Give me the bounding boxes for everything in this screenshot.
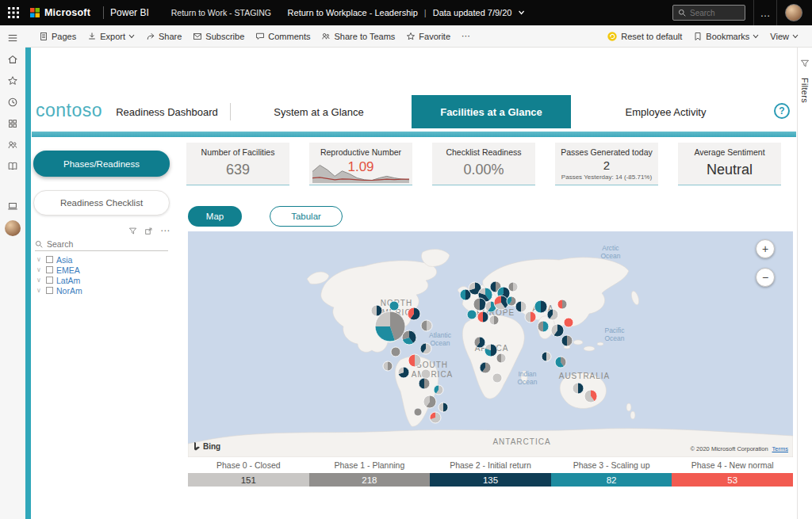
filters-pane-collapsed[interactable]: Filters (797, 48, 812, 519)
terms-link[interactable]: Terms (772, 445, 788, 452)
map-pie-marker[interactable] (492, 373, 502, 383)
tab-system-at-a-glance[interactable]: System at a Glance (239, 95, 398, 128)
phase-bar-segment[interactable]: 135 (430, 473, 551, 487)
funnel-icon[interactable] (800, 59, 810, 68)
map-pie-marker[interactable] (584, 390, 597, 403)
more-options-icon[interactable]: ⋯ (160, 225, 170, 236)
chevron-down-icon[interactable]: ∨ (35, 256, 43, 263)
toolbar-more-button[interactable]: ⋯ (456, 25, 476, 48)
report-title-bar[interactable]: Return to Workplace - Leadership | Data … (288, 8, 525, 17)
map-pie-marker[interactable] (421, 369, 431, 379)
map-pie-marker[interactable] (551, 324, 564, 337)
map-pie-marker[interactable] (371, 305, 382, 316)
map-pie-marker[interactable] (434, 385, 443, 395)
tab-employee-activity[interactable]: Employee Activity (580, 95, 751, 128)
map-pie-marker[interactable] (507, 296, 516, 306)
nav-recent[interactable] (6, 95, 20, 109)
nav-workspaces[interactable] (6, 199, 20, 213)
tree-item-asia[interactable]: ∨Asia (35, 254, 170, 265)
funnel-icon[interactable] (128, 227, 137, 235)
map-pie-marker[interactable] (573, 383, 584, 394)
map-pie-marker[interactable] (423, 395, 436, 408)
comments-button[interactable]: Comments (250, 25, 316, 48)
map-pie-marker[interactable] (420, 343, 431, 354)
pages-button[interactable]: Pages (33, 25, 82, 48)
app-launcher-waffle-icon[interactable] (0, 0, 27, 25)
bookmarks-button[interactable]: Bookmarks (688, 25, 764, 48)
map-view-button[interactable]: Map (188, 206, 242, 227)
tree-item-noram[interactable]: ∨NorAm (35, 285, 170, 296)
map-pie-marker[interactable] (398, 367, 409, 378)
product-name[interactable]: Power BI (110, 7, 149, 18)
help-button[interactable]: ? (774, 103, 790, 119)
map-pie-marker[interactable] (515, 301, 527, 312)
nav-home[interactable] (6, 52, 20, 67)
map-pie-marker[interactable] (473, 298, 486, 311)
rail-user-avatar[interactable] (5, 220, 21, 236)
map-pie-marker[interactable] (508, 282, 518, 292)
tab-readiness-dashboard[interactable]: Readiness Dashboard (102, 95, 232, 128)
phase-bar-segment[interactable]: 218 (309, 473, 431, 487)
map-pie-marker[interactable] (402, 330, 416, 345)
map-pie-marker[interactable] (408, 307, 420, 320)
map-pie-marker[interactable] (375, 311, 405, 342)
map-pie-marker[interactable] (489, 315, 499, 325)
tabular-view-button[interactable]: Tabular (270, 206, 343, 227)
workspace-name[interactable]: Return to Work - STAGING (171, 8, 271, 17)
checkbox[interactable] (46, 266, 53, 273)
user-avatar[interactable] (785, 4, 802, 21)
map-pie-marker[interactable] (542, 352, 551, 361)
map-pie-marker[interactable] (485, 344, 497, 357)
facilities-map[interactable]: Arctic Ocean Atlantic Ocean Pacific Ocea… (188, 231, 793, 457)
phase-bar-segment[interactable]: 151 (188, 473, 309, 487)
subscribe-button[interactable]: Subscribe (187, 25, 250, 48)
map-pie-marker[interactable] (389, 301, 399, 311)
zoom-out-button[interactable]: − (756, 268, 775, 287)
nav-shared-with-me[interactable] (6, 138, 20, 152)
readiness-checklist-button[interactable]: Readiness Checklist (33, 190, 170, 216)
map-pie-marker[interactable] (547, 309, 558, 320)
tree-item-emea[interactable]: ∨EMEA (35, 265, 170, 275)
focus-mode-icon[interactable] (144, 227, 153, 235)
map-pie-marker[interactable] (480, 362, 491, 373)
map-pie-marker[interactable] (383, 361, 393, 371)
map-pie-marker[interactable] (430, 412, 441, 423)
checkbox[interactable] (46, 277, 53, 284)
search-input[interactable] (690, 9, 737, 17)
map-pie-marker[interactable] (414, 408, 422, 416)
map-pie-marker[interactable] (557, 300, 567, 309)
checkbox[interactable] (46, 256, 53, 263)
map-pie-marker[interactable] (564, 318, 573, 327)
phase-bar-segment[interactable]: 82 (551, 473, 672, 487)
map-pie-marker[interactable] (477, 311, 488, 322)
chevron-down-icon[interactable]: ∨ (35, 266, 43, 273)
map-pie-marker[interactable] (494, 296, 508, 310)
slicer-search[interactable] (35, 238, 168, 251)
nav-apps[interactable] (6, 116, 20, 131)
map-pie-marker[interactable] (421, 320, 432, 331)
phase-bar-segment[interactable]: 53 (672, 473, 793, 487)
reset-to-default-button[interactable]: Reset to default (601, 25, 688, 48)
chevron-down-icon[interactable]: ∨ (35, 277, 43, 284)
map-pie-marker[interactable] (408, 354, 421, 367)
menu-button[interactable] (6, 31, 20, 45)
checkbox[interactable] (46, 287, 53, 294)
map-pie-marker[interactable] (538, 321, 549, 332)
view-button[interactable]: View (764, 25, 804, 48)
map-pie-marker[interactable] (419, 378, 430, 389)
chevron-down-icon[interactable]: ∨ (35, 287, 43, 294)
favorite-button[interactable]: Favorite (400, 25, 456, 48)
map-pie-marker[interactable] (534, 300, 547, 313)
filters-pane-label[interactable]: Filters (800, 78, 810, 103)
map-pie-marker[interactable] (439, 403, 448, 412)
map-pie-marker[interactable] (496, 353, 506, 363)
global-search[interactable] (672, 5, 745, 21)
zoom-in-button[interactable]: + (756, 239, 775, 258)
tab-facilities-at-a-glance[interactable]: Facilities at a Glance (412, 95, 571, 128)
share-to-teams-button[interactable]: Share to Teams (316, 25, 400, 48)
microsoft-logo[interactable]: Microsoft (27, 7, 97, 18)
export-button[interactable]: Export (82, 25, 140, 48)
map-pie-marker[interactable] (561, 335, 573, 346)
map-pie-marker[interactable] (467, 310, 477, 319)
tree-item-latam[interactable]: ∨LatAm (35, 275, 170, 285)
